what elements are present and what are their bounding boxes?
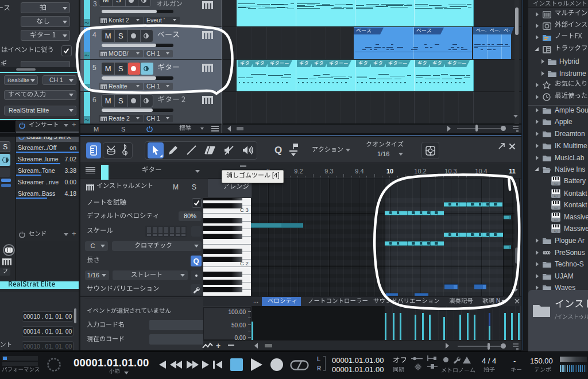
svg-text:AU: AU — [554, 182, 558, 185]
svg-text:AU: AU — [554, 218, 558, 222]
svg-text:AU: AU — [554, 230, 558, 233]
svg-text:AU: AU — [554, 206, 558, 210]
svg-text:AU: AU — [554, 195, 558, 198]
